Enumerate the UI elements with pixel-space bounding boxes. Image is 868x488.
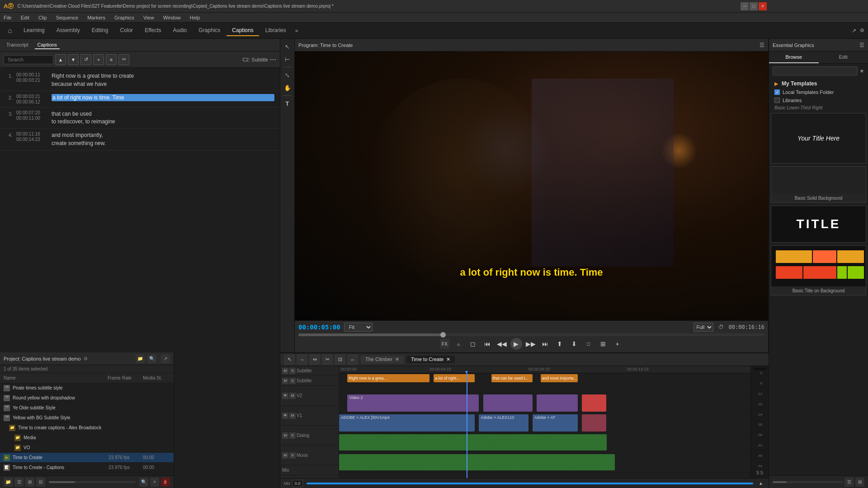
track-btn-m[interactable]: M xyxy=(289,393,296,399)
project-item-1[interactable]: 🎬Round yellow with dropshadow xyxy=(0,393,174,403)
libraries-checkbox[interactable] xyxy=(774,98,780,103)
adjust-button[interactable]: ≡ xyxy=(106,54,117,65)
project-item-2[interactable]: 🎬Ye Olde subtitle Style xyxy=(0,403,174,413)
track-btn-s[interactable]: S xyxy=(289,378,296,384)
project-search-icon[interactable]: 🔍 xyxy=(147,354,156,363)
eg-star-icon[interactable]: ★ xyxy=(859,68,864,74)
delete-button[interactable]: 🗑 xyxy=(161,478,170,487)
seq-tab-climber[interactable]: The Climber ✕ xyxy=(361,356,404,363)
extract-button[interactable]: ⬇ xyxy=(568,338,580,350)
eg-section-local[interactable]: Local Templates Folder xyxy=(773,88,864,96)
v2-clip-1[interactable]: Video 2 xyxy=(347,394,479,412)
ws-tab-color[interactable]: Color xyxy=(114,25,138,36)
track-select-tool[interactable]: ⊢ xyxy=(282,53,293,65)
project-item-7[interactable]: ▶Time to Create23.976 fps00:00 xyxy=(0,453,174,463)
seq-tab-time-to-create[interactable]: Time to Create ✕ xyxy=(406,356,455,363)
icon-view-button[interactable]: ⊞ xyxy=(25,478,34,487)
a1-clip-1[interactable] xyxy=(339,434,607,450)
forward-select[interactable]: → xyxy=(297,354,307,365)
step-back-button[interactable]: ◀◀ xyxy=(496,338,508,350)
eg-grid-view[interactable]: ⊞ xyxy=(855,478,864,487)
track-btn-[interactable]: 👁 xyxy=(282,413,288,419)
project-item-6[interactable]: 📁VO xyxy=(0,443,174,453)
minimize-button[interactable]: ─ xyxy=(741,2,749,10)
timecode-icon[interactable]: ⏱ xyxy=(717,323,725,331)
step-fwd-button[interactable]: ▶▶ xyxy=(525,338,537,350)
refresh-button[interactable]: ↺ xyxy=(80,54,91,65)
menu-markers[interactable]: Markers xyxy=(85,15,107,20)
a2-clip-1[interactable] xyxy=(339,454,615,470)
project-settings[interactable]: ⚙ xyxy=(84,356,88,361)
search-input[interactable] xyxy=(4,55,53,64)
v2-clip-2[interactable] xyxy=(483,394,533,412)
ws-tab-captions[interactable]: Captions xyxy=(226,25,259,36)
track-btn-s[interactable]: S xyxy=(289,432,296,439)
tab-captions[interactable]: Captions xyxy=(35,41,60,49)
track-btn-[interactable]: 👁 xyxy=(282,393,288,399)
menu-graphics[interactable]: Graphics xyxy=(113,15,136,20)
ripple-edit[interactable]: ⇔ xyxy=(309,354,320,365)
menu-file[interactable]: File xyxy=(2,15,14,20)
export-frame-button[interactable]: □ xyxy=(583,338,594,350)
go-to-in-button[interactable]: ⏮ xyxy=(481,338,493,350)
project-folder-icon[interactable]: 📁 xyxy=(136,354,145,363)
menu-window[interactable]: Window xyxy=(161,15,183,20)
track-btn-m[interactable]: M xyxy=(289,413,296,419)
mix-slider[interactable] xyxy=(307,483,753,484)
project-item-8[interactable]: 📝Time to Create - Captions23.976 fps00:0… xyxy=(0,463,174,473)
eg-search-input[interactable] xyxy=(773,66,858,75)
project-item-4[interactable]: 📁Time to create captions - Alex Broadsto… xyxy=(0,423,174,433)
eg-section-my-templates[interactable]: ▶ My Templates xyxy=(773,79,864,88)
slip-tool[interactable]: ⊡ xyxy=(335,354,345,365)
v2-clip-4[interactable] xyxy=(582,394,607,412)
eg-tab-edit[interactable]: Edit xyxy=(819,52,868,63)
maximize-button[interactable]: □ xyxy=(750,2,758,10)
track-btn-s[interactable]: S xyxy=(289,368,296,374)
mark-in-button[interactable]: ⬦ xyxy=(453,338,464,350)
track-btn-m[interactable]: M xyxy=(282,368,288,374)
template-basic-title[interactable]: TITLE xyxy=(771,206,866,243)
pan-tool[interactable]: ✋ xyxy=(282,82,293,94)
spacer-tool[interactable]: ↔ xyxy=(347,354,358,365)
eg-tab-browse[interactable]: Browse xyxy=(769,52,819,63)
mix-collapse[interactable]: ▲ xyxy=(757,479,765,488)
template-title-here[interactable]: Your Title Here xyxy=(771,113,866,164)
track-btn-m[interactable]: M xyxy=(282,378,288,384)
subtitle-clip-1[interactable]: Right now is a grea... xyxy=(347,374,429,382)
subtitle-clip-2[interactable]: a lot of right... xyxy=(434,374,475,382)
ws-tab-effects[interactable]: Effects xyxy=(139,25,166,36)
sort-desc-button[interactable]: ▼ xyxy=(68,54,79,65)
mark-clip-button[interactable]: ◻ xyxy=(467,338,479,350)
menu-help[interactable]: Help xyxy=(188,15,202,20)
new-item-button[interactable]: + xyxy=(150,478,159,487)
mix-value[interactable]: 0.0 xyxy=(292,480,303,487)
v1-clip-2[interactable]: Adobe × ALEX110 xyxy=(479,414,528,432)
workspace-expand[interactable]: » xyxy=(293,26,300,36)
new-bin-button[interactable]: 📁 xyxy=(4,478,13,487)
template-basic-solid[interactable]: Basic Solid Background xyxy=(771,166,866,203)
caption-item-3[interactable]: 3.00:00:07:2000:00:11:00that can be used… xyxy=(0,108,280,129)
subtitle-clip-3[interactable]: that can be used t... xyxy=(491,374,533,382)
publish-icon[interactable]: ↗ xyxy=(852,28,856,34)
workspace-settings[interactable]: ⚙ xyxy=(860,28,864,33)
fit-selector[interactable]: Fit25%50%75%100% xyxy=(344,323,373,332)
caption-item-1[interactable]: 1.00:00:00:1100:00:03:21Right now is a g… xyxy=(0,70,280,91)
v2-clip-3[interactable] xyxy=(537,394,578,412)
track-btn-m[interactable]: M xyxy=(282,432,288,439)
track-btn-s[interactable]: S xyxy=(289,452,296,459)
menu-clip[interactable]: Clip xyxy=(37,15,49,20)
menu-view[interactable]: View xyxy=(142,15,156,20)
zoom-tool[interactable]: ⤡ xyxy=(282,69,293,81)
menu-sequence[interactable]: Sequence xyxy=(54,15,80,20)
menu-edit[interactable]: Edit xyxy=(19,15,31,20)
monitor-menu[interactable]: ☰ xyxy=(760,42,764,48)
scrubber[interactable] xyxy=(298,333,764,336)
caption-item-4[interactable]: 4.00:00:11:1600:00:14:23and most importa… xyxy=(0,129,280,150)
ws-tab-libraries[interactable]: Libraries xyxy=(260,25,292,36)
eg-section-libraries[interactable]: Libraries xyxy=(773,96,864,104)
zoom-slider[interactable] xyxy=(49,481,136,483)
lift-button[interactable]: ⬆ xyxy=(554,338,566,350)
ws-tab-audio[interactable]: Audio xyxy=(168,25,193,36)
project-expand-icon[interactable]: ↗ xyxy=(161,354,170,363)
add-marker-button[interactable]: + xyxy=(612,338,623,350)
